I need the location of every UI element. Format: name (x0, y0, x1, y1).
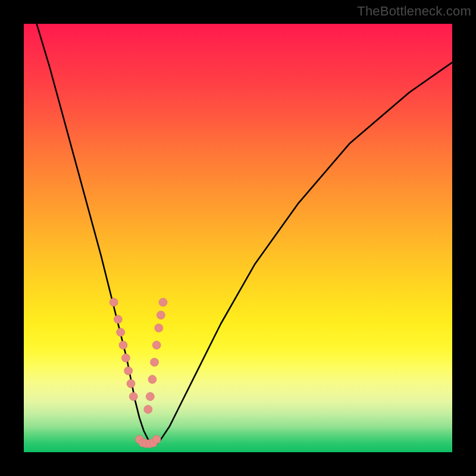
data-dot (121, 354, 130, 362)
plot-area (24, 24, 452, 452)
watermark-text: TheBottleneck.com (357, 4, 471, 19)
bottleneck-curve (37, 24, 452, 444)
data-dot (148, 375, 156, 384)
data-dot (119, 341, 127, 349)
data-dot (114, 315, 122, 324)
data-dot (109, 298, 118, 306)
data-dot (117, 328, 125, 336)
data-dot (146, 392, 154, 400)
data-dot (127, 380, 135, 388)
bottleneck-curve-path (37, 24, 452, 444)
chart-frame: TheBottleneck.com (0, 0, 476, 476)
curve-layer (24, 24, 452, 452)
data-dot (124, 367, 133, 375)
highlighted-dots (109, 298, 167, 448)
data-dot (155, 324, 163, 332)
data-dot (152, 341, 161, 349)
data-dot (151, 358, 159, 367)
data-dot (129, 392, 137, 400)
data-dot (156, 311, 165, 320)
data-dot (152, 435, 161, 443)
data-dot (159, 298, 167, 306)
data-dot (144, 405, 152, 414)
